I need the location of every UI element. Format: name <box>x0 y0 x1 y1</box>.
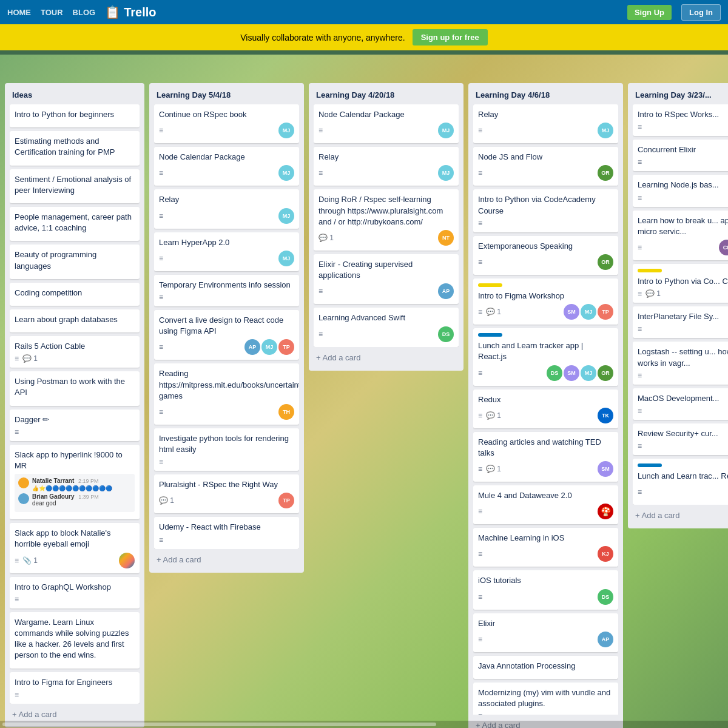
card-dagger[interactable]: Dagger ✏ ≡ <box>10 410 140 441</box>
card-python-html[interactable]: Investigate python tools for rendering h… <box>154 428 299 471</box>
card-python-codeacademy[interactable]: Intro to Python via CodeAcademy Course ≡ <box>473 189 618 232</box>
lines-icon: ≡ <box>15 690 19 699</box>
card-micro-services[interactable]: Learn how to break u... app into micro s… <box>633 211 728 260</box>
login-button[interactable]: Log In <box>681 4 721 21</box>
lines-icon: ≡ <box>478 308 482 316</box>
card-relay-406[interactable]: Relay ≡ MJ <box>473 104 618 143</box>
card-node-calendar-420[interactable]: Node Calendar Package ≡ MJ <box>314 104 459 143</box>
card-java-annotation[interactable]: Java Annotation Processing <box>473 656 618 679</box>
list-title-ld504: Learning Day 5/4/18 <box>154 88 299 104</box>
lines-icon: ≡ <box>478 550 482 558</box>
add-card-button-ld504[interactable]: + Add a card <box>154 551 299 568</box>
card-machine-learning-ios[interactable]: Machine Learning in iOS ≡ KJ <box>473 528 618 567</box>
card-avatar-sm: SM <box>564 304 579 320</box>
card-coding-competition[interactable]: Coding competition <box>10 283 140 306</box>
card-graph-databases[interactable]: Learn about graph databases <box>10 309 140 332</box>
card-figma-workshop[interactable]: Intro to Figma Workshop ≡ 💬 1 SM MJ TP <box>473 278 618 325</box>
card-avatar-mj: MJ <box>278 123 294 138</box>
card-relay-420[interactable]: Relay ≡ MJ <box>314 147 459 186</box>
signup-button[interactable]: Sign Up <box>627 5 672 20</box>
comment-icon: 💬 1 <box>645 289 661 298</box>
lines-icon: ≡ <box>478 465 482 473</box>
card-avatar-th: TH <box>278 404 294 420</box>
card-avatar-mj: MJ <box>278 165 294 181</box>
add-card-button-ld323[interactable]: + Add a card <box>633 507 728 524</box>
card-beauty-programming[interactable]: Beauty of programming languages <box>10 244 140 278</box>
card-figma-engineers[interactable]: Intro to Figma for Engineers ≡ <box>10 672 140 704</box>
card-reading-ted[interactable]: Reading articles and watching TED talks … <box>473 432 618 482</box>
card-lunch-learn-323[interactable]: Lunch and Learn trac... React.js ≡ DS <box>633 459 728 505</box>
card-udemy-firebase[interactable]: Udemy - React with Firebase ≡ <box>154 517 299 548</box>
card-concurrent-elixir[interactable]: Concurrent Elixir ≡ <box>633 140 728 171</box>
lines-icon: ≡ <box>159 457 163 466</box>
card-rspec-works[interactable]: Intro to RSpec Works... ≡ <box>633 104 728 136</box>
lines-icon: ≡ <box>318 287 323 295</box>
card-reading-mitpress[interactable]: Reading https://mitpress.mit.edu/books/u… <box>154 363 299 425</box>
lines-icon: ≡ <box>478 258 482 266</box>
card-redux-406[interactable]: Redux ≡ 💬 1 TK <box>473 389 618 428</box>
card-temp-environments[interactable]: Temporary Environments info session ≡ <box>154 275 299 306</box>
card-logstash[interactable]: Logstash -- setting u... how it works in… <box>633 342 728 384</box>
comment-icon: 💬 1 <box>486 308 501 316</box>
card-relay-504[interactable]: Relay ≡ MJ <box>154 189 299 228</box>
list-cards-ld406: Relay ≡ MJ Node JS and Flow ≡ OR <box>473 104 618 715</box>
lines-icon: ≡ <box>318 169 323 177</box>
card-avatar-tp: TP <box>278 493 294 508</box>
list-ld323: Learning Day 3/23/... Intro to RSpec Wor… <box>628 83 728 528</box>
lines-icon: ≡ <box>638 406 642 415</box>
board-area: Ideas Intro to Python for beginners Esti… <box>0 77 728 728</box>
card-nodejs-flow[interactable]: Node JS and Flow ≡ OR <box>473 147 618 186</box>
card-python-codeacademy-323[interactable]: Intro to Python via Co... Course ≡ 💬 1 <box>633 264 728 303</box>
card-interplanetary[interactable]: InterPlanetary File Sy... ≡ <box>633 306 728 338</box>
nav-tour[interactable]: TOUR <box>41 8 63 17</box>
add-card-button-ld420[interactable]: + Add a card <box>314 349 459 366</box>
promo-signup-button[interactable]: Sign up for free <box>413 29 488 46</box>
list-cards-ideas: Intro to Python for beginners Estimating… <box>10 104 140 704</box>
list-ld504: Learning Day 5/4/18 Continue on RSpec bo… <box>149 83 304 573</box>
card-intro-python-beginners[interactable]: Intro to Python for beginners <box>10 104 140 127</box>
card-security-review[interactable]: Review Security+ cur... ≡ <box>633 423 728 455</box>
card-rails-action-cable[interactable]: Rails 5 Action Cable ≡ 💬 1 <box>10 336 140 368</box>
card-nodejs-basics[interactable]: Learning Node.js bas... ≡ <box>633 175 728 206</box>
card-swift[interactable]: Learning Advanced Swift ≡ DS <box>314 308 459 346</box>
lines-icon: ≡ <box>318 126 323 135</box>
add-card-button-ideas[interactable]: + Add a card <box>10 706 140 723</box>
lines-icon: ≡ <box>478 712 482 715</box>
card-label-yellow <box>638 269 662 272</box>
card-avatar-mj: MJ <box>278 208 294 224</box>
nav-blog[interactable]: BLOG <box>73 8 96 17</box>
list-title-ld323: Learning Day 3/23/... <box>633 88 728 104</box>
card-avatar-ap: AP <box>438 283 454 299</box>
card-wargame[interactable]: Wargame. Learn Linux commands while solv… <box>10 612 140 669</box>
lines-icon: ≡ <box>159 536 163 544</box>
card-sentiment-analysis[interactable]: Sentiment / Emotional analysis of peer I… <box>10 169 140 203</box>
card-pluralsight-rspec[interactable]: Pluralsight - RSpec the Right Way 💬 1 TP <box>154 474 299 513</box>
card-lunch-learn-406[interactable]: Lunch and Learn tracker app | React.js ≡… <box>473 328 618 385</box>
card-graphql-workshop[interactable]: Intro to GraphQL Workshop ≡ <box>10 577 140 608</box>
card-slack-natalie[interactable]: Slack app to block Natalie's horrible ey… <box>10 523 140 573</box>
card-hyperapp[interactable]: Learn HyperApp 2.0 ≡ MJ <box>154 232 299 271</box>
list-ideas: Ideas Intro to Python for beginners Esti… <box>5 83 144 727</box>
card-macos-dev[interactable]: MacOS Development... ≡ <box>633 388 728 420</box>
card-node-calendar-504[interactable]: Node Calendar Package ≡ MJ <box>154 147 299 186</box>
nav-home[interactable]: HOME <box>7 8 31 17</box>
list-ld406: Learning Day 4/6/18 Relay ≡ MJ Node JS a… <box>468 83 623 728</box>
card-continue-rspec[interactable]: Continue on RSpec book ≡ MJ <box>154 104 299 143</box>
card-mule-dataweave[interactable]: Mule 4 and Dataweave 2.0 ≡ 🍄 <box>473 485 618 524</box>
card-vim-vundle[interactable]: Modernizing (my) vim with vundle and ass… <box>473 682 618 715</box>
card-people-management[interactable]: People management, career path advice, 1… <box>10 207 140 241</box>
card-avatar-tk: TK <box>598 408 613 423</box>
card-extemporaneous[interactable]: Extemporaneous Speaking ≡ OR <box>473 236 618 275</box>
card-postman-api[interactable]: Using Postman to work with the API <box>10 371 140 405</box>
card-figma-react[interactable]: Convert a live design to React code usin… <box>154 310 299 360</box>
card-elixir-supervised[interactable]: Elixir - Creating supervised application… <box>314 254 459 304</box>
lines-icon: ≡ <box>318 330 323 339</box>
card-estimating-methods[interactable]: Estimating methods and Certification tra… <box>10 131 140 165</box>
card-ios-tutorials[interactable]: iOS tutorials ≡ DS <box>473 570 618 609</box>
comment-icon: 💬 1 <box>159 496 174 505</box>
card-slack-hyperlink[interactable]: Slack app to hyperlink !9000 to MR Natal… <box>10 445 140 519</box>
lines-icon: ≡ <box>159 212 163 220</box>
card-elixir-406[interactable]: Elixir ≡ AP <box>473 613 618 652</box>
card-ror-rspec[interactable]: Doing RoR / Rspec self-learning through … <box>314 189 459 251</box>
trello-logo: 📋 Trello <box>105 5 156 19</box>
